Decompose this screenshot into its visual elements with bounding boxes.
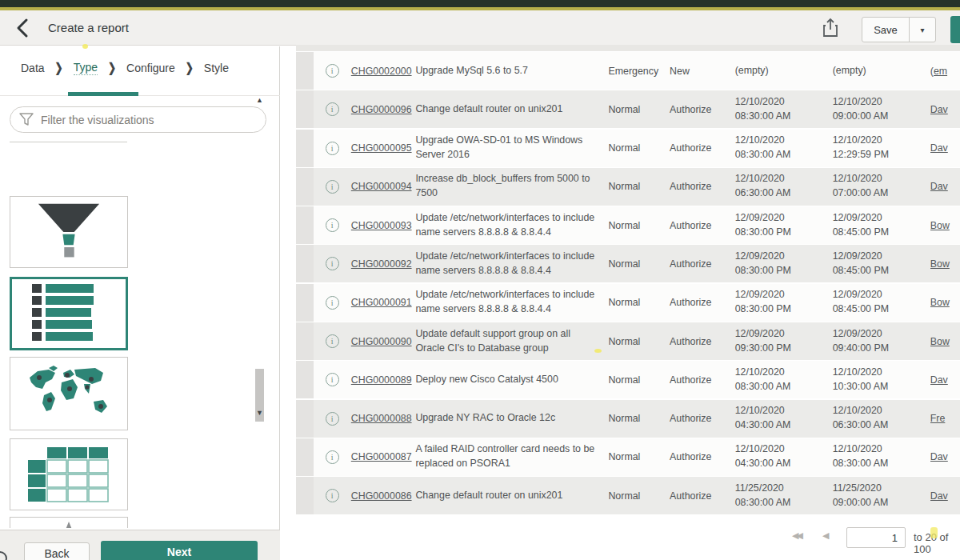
row-gutter	[296, 438, 314, 476]
pivot-table-icon	[26, 444, 111, 505]
save-dropdown-button[interactable]: ▾	[909, 17, 936, 42]
change-number-link[interactable]: CHG0000091	[351, 297, 412, 308]
start-date-cell: (empty)	[735, 52, 833, 90]
change-number-link[interactable]: CHG0000090	[351, 336, 412, 347]
viz-card-pivot-table[interactable]	[10, 438, 128, 510]
short-description-cell: Deploy new Cisco Catalyst 4500	[415, 361, 608, 398]
state-cell: Authorize	[670, 206, 735, 244]
page-number-input[interactable]	[846, 527, 906, 548]
state-cell: Authorize	[670, 90, 735, 128]
change-number-link[interactable]: CHG0000087	[351, 451, 412, 462]
assignee-link[interactable]: Dav	[930, 104, 948, 115]
end-date-cell: 11/25/2020 09:00:00 AM	[833, 477, 930, 514]
state-cell: Authorize	[670, 477, 735, 514]
info-icon[interactable]: i	[326, 334, 339, 348]
info-icon[interactable]: i	[326, 64, 339, 78]
start-date-cell: 12/09/2020 09:30:00 PM	[735, 322, 833, 360]
assignee-link[interactable]: Fre	[930, 413, 946, 424]
priority-cell: Normal	[608, 245, 670, 282]
first-page-icon[interactable]: ◀◀	[792, 530, 801, 541]
change-number-link[interactable]: CHG0000088	[351, 413, 412, 424]
viz-card-pyramid[interactable]	[10, 517, 128, 528]
change-number-link[interactable]: CHG0002000	[351, 66, 412, 77]
browser-chrome-strip	[0, 0, 960, 7]
assignee-link[interactable]: Bow	[930, 258, 950, 270]
info-icon[interactable]: i	[326, 450, 339, 464]
state-cell: Authorize	[670, 284, 735, 322]
viz-list-scrollbar[interactable]: ▲ ▼	[253, 94, 266, 418]
caret-down-icon: ▾	[920, 26, 924, 34]
table-row: i CHG0000088 Upgrade NY RAC to Oracle 12…	[296, 400, 960, 438]
cursor-highlight	[930, 527, 938, 538]
short-description-cell: Upgrade NY RAC to Oracle 12c	[415, 400, 608, 438]
priority-cell: Normal	[608, 477, 670, 514]
assignee-link[interactable]: (em	[930, 66, 947, 77]
end-date-cell: 12/10/2020 08:30:00 AM	[833, 438, 930, 476]
start-date-cell: 12/10/2020 08:30:00 AM	[735, 90, 833, 128]
state-cell: Authorize	[670, 361, 735, 398]
priority-cell: Normal	[608, 438, 670, 476]
short-description-cell: Update /etc/network/interfaces to includ…	[415, 206, 608, 244]
chevron-right-icon: ❯	[186, 61, 194, 75]
next-button[interactable]: Next	[101, 541, 258, 560]
assignee-link[interactable]: Dav	[930, 451, 948, 462]
assignee-link[interactable]: Dav	[930, 142, 948, 154]
viz-card-world-map[interactable]	[10, 357, 128, 430]
assignee-link[interactable]: Dav	[930, 374, 948, 386]
assignee-link[interactable]: Bow	[930, 220, 950, 231]
back-button[interactable]: Back	[24, 542, 90, 560]
table-row: i CHG0000096 Change default router on un…	[296, 90, 960, 128]
table-row: i CHG0000095 Upgrade OWA-SD-01 to MS Win…	[296, 130, 960, 167]
run-button-partial[interactable]	[950, 16, 960, 43]
step-configure[interactable]: Configure	[126, 62, 175, 74]
viz-card-list[interactable]	[10, 277, 128, 350]
info-icon[interactable]: i	[326, 218, 339, 232]
filter-visualizations-input[interactable]	[10, 106, 266, 133]
row-gutter	[296, 168, 314, 206]
table-row: i CHG0000090 Update default support grou…	[296, 322, 960, 360]
end-date-cell: 12/09/2020 08:45:00 PM	[833, 245, 930, 282]
assignee-link[interactable]: Dav	[930, 490, 948, 502]
step-data[interactable]: Data	[21, 62, 45, 74]
scroll-down-icon[interactable]: ▼	[254, 407, 265, 418]
report-data-table: i CHG0002000 Upgrade MySql 5.6 to 5.7 Em…	[296, 45, 960, 517]
state-cell: New	[670, 52, 735, 90]
info-icon[interactable]: i	[326, 373, 339, 386]
change-number-link[interactable]: CHG0000094	[351, 181, 412, 192]
info-icon[interactable]: i	[326, 142, 339, 155]
step-style[interactable]: Style	[204, 62, 229, 74]
table-row: i CHG0000091 Update /etc/network/interfa…	[296, 284, 960, 322]
change-number-link[interactable]: CHG0000093	[351, 220, 412, 231]
table-header-remnant	[296, 45, 960, 51]
end-date-cell: 12/10/2020 07:00:00 AM	[833, 168, 930, 206]
info-icon[interactable]: i	[326, 102, 339, 116]
info-icon[interactable]: i	[326, 180, 339, 194]
row-gutter	[296, 284, 314, 322]
change-number-link[interactable]: CHG0000092	[351, 258, 412, 270]
table-row: i CHG0000092 Update /etc/network/interfa…	[296, 245, 960, 282]
info-icon[interactable]: i	[326, 489, 339, 502]
back-chevron-icon[interactable]	[13, 18, 34, 38]
previous-page-icon[interactable]: ◀	[822, 530, 829, 541]
save-button[interactable]: Save	[862, 17, 910, 42]
assignee-link[interactable]: Dav	[930, 181, 948, 192]
priority-cell: Normal	[608, 284, 670, 322]
assignee-link[interactable]: Bow	[930, 297, 950, 308]
step-type[interactable]: Type	[74, 61, 98, 75]
change-number-link[interactable]: CHG0000089	[351, 374, 412, 386]
help-icon-partial[interactable]	[0, 551, 7, 560]
info-icon[interactable]: i	[326, 412, 339, 426]
share-icon[interactable]	[821, 18, 840, 38]
active-step-indicator	[68, 92, 138, 96]
end-date-cell: (empty)	[833, 52, 930, 90]
scroll-up-icon[interactable]: ▲	[254, 94, 265, 105]
change-number-link[interactable]: CHG0000096	[351, 104, 412, 115]
row-gutter	[296, 52, 314, 90]
change-number-link[interactable]: CHG0000095	[351, 142, 412, 154]
start-date-cell: 11/25/2020 08:30:00 AM	[735, 477, 833, 514]
info-icon[interactable]: i	[326, 257, 339, 270]
assignee-link[interactable]: Bow	[930, 336, 950, 347]
info-icon[interactable]: i	[326, 296, 339, 310]
change-number-link[interactable]: CHG0000086	[351, 490, 412, 502]
viz-card-funnel[interactable]	[10, 196, 128, 268]
